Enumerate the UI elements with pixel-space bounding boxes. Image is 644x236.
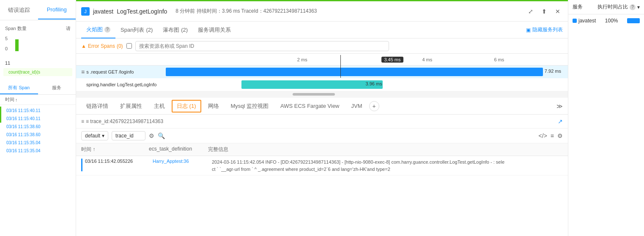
val-11: 11: [5, 60, 10, 66]
chart-val-11: 11: [0, 60, 76, 66]
service-percent: 100%: [605, 18, 618, 24]
log-select-default[interactable]: default ▾: [81, 131, 108, 140]
col-header-ecs: ecs_task_definition: [149, 146, 208, 153]
detail-tab-ext[interactable]: 扩展属性: [115, 99, 147, 113]
sidebar-tabs: 错误追踪 Profiling: [0, 0, 76, 20]
app-name: javatest: [93, 8, 113, 15]
scrollbar-thumb[interactable]: [293, 93, 335, 96]
time-header-group: 执行时间占比 ? ▾: [597, 3, 640, 11]
error-badge: ▲ Error Spans (0): [81, 43, 132, 49]
log-section: ≡ ≡ trace_id:4267922134987114363 ↗ defau…: [76, 115, 568, 236]
span-bar-1: [166, 68, 543, 76]
log-table-row[interactable]: 03/16 11:15:42.055226 Harry_Apptest:36 2…: [76, 156, 568, 176]
span-duration-2: 3.96 ms: [366, 81, 382, 86]
log-info-text: 2024-03-16 11:15:42.054 INFO - [DD:42679…: [212, 159, 504, 165]
list-item[interactable]: 03/16 11:15:40.11: [0, 115, 76, 123]
service-name-label: javatest: [578, 18, 596, 24]
log-code-icon[interactable]: </>: [539, 132, 547, 139]
service-name: javatest: [573, 18, 596, 24]
log-select-arrow: ▾: [102, 133, 104, 139]
hide-service-btn[interactable]: ▣ 隐藏服务列表: [526, 26, 563, 33]
list-item[interactable]: 03/16 11:15:38.60: [0, 123, 76, 131]
detail-tab-jvm[interactable]: JVM: [346, 99, 367, 113]
hide-service-label: 隐藏服务列表: [532, 26, 563, 33]
search-input[interactable]: [135, 41, 389, 51]
timeline-axis: 2 ms 3.45 ms 4 ms 6 ms: [250, 54, 563, 66]
col-header-time: 时间 ↑: [81, 146, 149, 153]
chart-val-5: 5: [5, 36, 8, 41]
list-item[interactable]: 03/16 11:15:35.04: [0, 147, 76, 155]
tab-span-list-count: (2): [146, 27, 153, 33]
span-bar-container-1: 7.92 ms: [166, 67, 563, 77]
list-item-time: 03/16 11:15:38.60: [6, 132, 71, 137]
error-count: (0): [117, 43, 123, 49]
tab-waterfall-count: (2): [181, 27, 188, 33]
log-ecs-link[interactable]: Harry_Apptest:36: [153, 159, 189, 164]
detail-tab-mysql[interactable]: Mysql 监控视图: [226, 99, 274, 113]
app-icon: J: [81, 7, 90, 16]
log-table-header: 时间 ↑ ecs_task_definition 完整信息: [76, 143, 568, 156]
log-table: 时间 ↑ ecs_task_definition 完整信息 03/16 11:1…: [76, 143, 568, 176]
log-external-icon[interactable]: ↗: [558, 118, 563, 125]
time-label: 时间: [5, 96, 14, 103]
sidebar-tab-profiling[interactable]: Profiling: [38, 0, 76, 19]
log-row-ecs: Harry_Apptest:36: [153, 159, 212, 164]
detail-tab-chain[interactable]: 链路详情: [81, 99, 113, 113]
right-panel: 服务 执行时间占比 ? ▾ javatest 100%: [568, 0, 644, 236]
list-item[interactable]: 03/16 11:15:38.60: [0, 131, 76, 139]
log-search-icon[interactable]: 🔍: [158, 132, 165, 139]
span-tab-all[interactable]: 所有 Span: [0, 82, 38, 94]
share-icon[interactable]: ⬆: [539, 6, 549, 16]
span-rows: ≡ s .request GET /loginfo 7.92 ms spring…: [76, 66, 568, 91]
timeline-header: 2 ms 3.45 ms 4 ms 6 ms: [76, 54, 568, 66]
list-item[interactable]: 03/16 11:15:35.04: [0, 139, 76, 147]
right-panel-header: 服务 执行时间占比 ? ▾: [568, 0, 644, 14]
col-header-info: 完整信息: [208, 146, 563, 153]
span-tab-service[interactable]: 服务: [38, 82, 76, 94]
tick-4ms: 4 ms: [422, 57, 432, 62]
log-list-icon[interactable]: ≡: [551, 132, 554, 139]
tab-waterfall[interactable]: 瀑布图 (2): [158, 22, 193, 38]
sidebar-metrics: Span 数量 请: [0, 24, 76, 34]
detail-tab-network[interactable]: 网络: [203, 99, 224, 113]
close-icon[interactable]: ✕: [553, 6, 563, 16]
detail-tab-log[interactable]: 日志 (1): [172, 100, 201, 113]
detail-tab-plus[interactable]: +: [369, 101, 379, 111]
app-icon-text: J: [84, 9, 87, 14]
tab-flame[interactable]: 火焰图 ?: [81, 22, 115, 38]
detail-tab-aws[interactable]: AWS ECS Fargate View: [275, 99, 344, 113]
tick-2ms: 2 ms: [297, 57, 307, 62]
tab-service-call[interactable]: 服务调用关系: [193, 22, 236, 38]
tick-6ms: 6 ms: [494, 57, 504, 62]
detail-tab-host[interactable]: 主机: [149, 99, 170, 113]
list-item[interactable]: 03/16 11:15:40.11: [0, 107, 76, 115]
span-row[interactable]: ≡ s .request GET /loginfo 7.92 ms: [76, 66, 568, 78]
span-bar-container-2: 3.96 ms: [171, 80, 563, 90]
chart-bar: [15, 39, 19, 51]
log-field-value: trace_id: [115, 133, 134, 139]
list-item-time: 03/16 11:15:40.11: [6, 116, 71, 121]
error-checkbox[interactable]: [126, 43, 132, 49]
tab-span-list[interactable]: Span列表 (2): [115, 22, 158, 38]
sidebar-query: count(trace_id)(s: [3, 68, 72, 76]
flame-help-icon[interactable]: ?: [104, 27, 110, 33]
sort-icon: ↑: [15, 97, 18, 102]
list-item-time: 03/16 11:15:35.04: [6, 148, 71, 153]
span-duration-1: 7.92 ms: [545, 69, 561, 74]
log-gear-icon[interactable]: ⚙: [149, 132, 154, 139]
expand-icon[interactable]: ⤢: [526, 6, 536, 16]
list-item-time: 03/16 11:15:38.60: [6, 124, 71, 129]
log-index-field[interactable]: trace_id: [112, 131, 145, 140]
span-row[interactable]: spring.handler LogTest.getLogInfo 3.96 m…: [76, 78, 568, 91]
trace-meta: 8 分钟前 持续时间：3.96 ms TraceId：4267922134987…: [175, 8, 317, 15]
service-dot: [573, 19, 577, 23]
detail-tab-collapse[interactable]: ≫: [556, 103, 563, 110]
log-select-label: default: [85, 133, 100, 139]
detail-tabs: 链路详情 扩展属性 主机 日志 (1) 网络 Mysql 监控视图 AWS EC…: [76, 98, 568, 115]
col-time-sort: ↑: [93, 146, 95, 152]
right-panel-row: javatest 100%: [568, 14, 644, 27]
log-settings-icon[interactable]: ⚙: [557, 132, 563, 139]
time-help-icon[interactable]: ?: [630, 4, 636, 10]
sidebar-tab-error[interactable]: 错误追踪: [0, 0, 38, 20]
request-label: 请: [66, 25, 71, 32]
